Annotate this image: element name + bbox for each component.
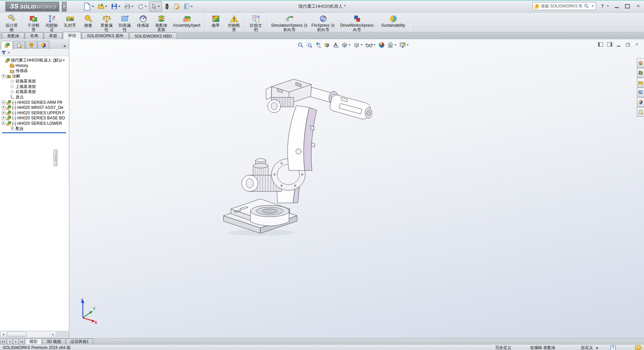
filter-caret-icon[interactable] bbox=[8, 52, 10, 53]
expand-icon[interactable] bbox=[2, 116, 5, 120]
tree-item-component[interactable]: (-) HH020 SERIES ARM FR bbox=[1, 100, 69, 105]
assemblyxpert-button[interactable]: AssemblyXpert bbox=[170, 13, 203, 28]
panel-splitter[interactable] bbox=[53, 149, 57, 166]
filter-funnel-icon[interactable] bbox=[1, 50, 6, 55]
quick-tips-button[interactable]: ? bbox=[611, 345, 616, 350]
file-properties-button[interactable] bbox=[172, 1, 182, 11]
save-button[interactable] bbox=[110, 1, 122, 11]
search-icon[interactable] bbox=[584, 3, 589, 9]
tab-sketch[interactable]: 草图 bbox=[44, 32, 62, 39]
symmetry-check-button[interactable]: 对称检查 bbox=[225, 13, 243, 32]
sensors-button[interactable]: 传感器 bbox=[134, 13, 152, 28]
section-properties-button[interactable]: 剖面属性 bbox=[116, 13, 134, 32]
zoom-to-area-button[interactable] bbox=[305, 41, 313, 49]
search-input[interactable]: 搜索 SOLIDWORKS 帮助 bbox=[541, 3, 582, 9]
solidworks-resources-tab[interactable] bbox=[637, 58, 644, 68]
next-tab-button[interactable] bbox=[13, 339, 19, 344]
view-orientation-button[interactable] bbox=[340, 41, 352, 49]
tab-solidworks-mbd[interactable]: SOLIDWORKS MBD bbox=[129, 32, 177, 39]
rebuild-button[interactable] bbox=[162, 1, 172, 11]
tree-item-mates[interactable]: 配合 bbox=[1, 126, 69, 132]
simulationxpress-button[interactable]: SimulationXpress 分析向导 bbox=[269, 13, 310, 32]
previous-tab-button[interactable] bbox=[7, 339, 13, 344]
propertymanager-tab[interactable] bbox=[13, 41, 25, 49]
scroll-left-button[interactable] bbox=[1, 332, 6, 337]
apply-scene-button[interactable] bbox=[386, 41, 398, 49]
tree-item-origin[interactable]: 原点 bbox=[1, 95, 69, 100]
tree-item-component[interactable]: (-) HH020 SERIES BASE BO bbox=[1, 116, 69, 121]
undo-button[interactable] bbox=[136, 1, 149, 11]
design-library-tab[interactable] bbox=[637, 68, 644, 77]
motion-study-tab[interactable]: 运动算例1 bbox=[66, 339, 93, 344]
driveworksxpress-button[interactable]: DriveWorksXpress 向导 bbox=[336, 13, 378, 32]
robot-model[interactable] bbox=[221, 76, 380, 239]
tree-root[interactable]: 现代重工HH020机器人 (默认< bbox=[1, 58, 69, 63]
scroll-right-button[interactable] bbox=[50, 332, 56, 337]
previous-view-button[interactable] bbox=[314, 41, 322, 49]
first-tab-button[interactable] bbox=[1, 339, 6, 344]
displaymanager-tab[interactable] bbox=[38, 41, 49, 49]
tree-item-front-plane[interactable]: 前视基准面 bbox=[1, 79, 69, 84]
new-document-button[interactable] bbox=[81, 1, 96, 11]
display-style-button[interactable] bbox=[353, 41, 364, 49]
help-caret-icon[interactable] bbox=[607, 5, 609, 7]
interference-detection-button[interactable]: 干涉检查 bbox=[24, 13, 43, 32]
custom-properties-tab[interactable] bbox=[637, 107, 644, 117]
custom-dropdown[interactable]: 自定义 bbox=[581, 345, 593, 350]
curvature-button[interactable]: 曲率 bbox=[207, 13, 225, 28]
show-right-pane-button[interactable] bbox=[606, 42, 613, 47]
tree-item-sensors[interactable]: 传感器 bbox=[1, 68, 69, 74]
doc-restore-button[interactable] bbox=[625, 42, 631, 47]
tree-item-top-plane[interactable]: 上视基准面 bbox=[1, 84, 69, 90]
help-button[interactable]: ? bbox=[599, 3, 606, 9]
rollback-bar[interactable] bbox=[2, 132, 66, 133]
expand-icon[interactable] bbox=[2, 111, 5, 115]
expand-icon[interactable] bbox=[2, 74, 5, 78]
tab-evaluate[interactable]: 评估 bbox=[63, 32, 81, 39]
design-study-button[interactable]: 设计算例 bbox=[2, 13, 21, 34]
close-button[interactable]: × bbox=[635, 3, 642, 9]
edit-appearance-button[interactable] bbox=[378, 41, 386, 49]
assembly-visualization-button[interactable]: 装配体直观 bbox=[152, 13, 170, 32]
minimize-button[interactable] bbox=[613, 3, 620, 9]
section-view-button[interactable] bbox=[323, 41, 331, 49]
print-button[interactable] bbox=[123, 1, 136, 11]
menu-expander-icon[interactable] bbox=[62, 2, 67, 11]
select-button[interactable] bbox=[149, 1, 162, 11]
tab-solidworks-addins[interactable]: SOLIDWORKS 插件 bbox=[82, 32, 129, 39]
open-button[interactable] bbox=[96, 1, 109, 11]
hide-show-items-button[interactable] bbox=[365, 41, 377, 49]
panel-tab-overflow-chevron[interactable]: » bbox=[62, 43, 68, 49]
maximize-button[interactable] bbox=[624, 3, 631, 9]
expand-icon[interactable] bbox=[2, 121, 5, 125]
search-scope-caret-icon[interactable] bbox=[592, 5, 594, 7]
appearances-scenes-tab[interactable] bbox=[637, 97, 644, 107]
custom-caret-icon[interactable] bbox=[596, 347, 598, 349]
view-palette-tab[interactable] bbox=[637, 88, 644, 97]
tree-item-component[interactable]: (-) HH020 SERIES LOWER bbox=[1, 121, 69, 126]
graphics-area[interactable]: × bbox=[69, 39, 644, 338]
tree-item-history[interactable]: History bbox=[1, 63, 69, 69]
configurationmanager-tab[interactable] bbox=[25, 41, 37, 49]
options-button[interactable] bbox=[182, 1, 195, 11]
expand-icon[interactable] bbox=[2, 100, 5, 104]
3d-views-tab[interactable]: 3D 视图 bbox=[42, 339, 66, 344]
compare-documents-button[interactable]: 比较文档 bbox=[247, 13, 265, 32]
featuremanager-tab[interactable] bbox=[1, 41, 13, 49]
hole-alignment-button[interactable]: 孔对齐 bbox=[61, 13, 79, 28]
view-settings-button[interactable] bbox=[399, 41, 410, 49]
model-tab[interactable]: 模型 bbox=[25, 339, 42, 344]
file-explorer-tab[interactable] bbox=[637, 78, 644, 87]
tree-item-right-plane[interactable]: 右视基准面 bbox=[1, 89, 69, 95]
show-left-pane-button[interactable] bbox=[597, 42, 603, 47]
clearance-verification-button[interactable]: 间隙验证 bbox=[43, 13, 61, 32]
tab-assembly[interactable]: 装配体 bbox=[2, 32, 24, 39]
last-tab-button[interactable] bbox=[19, 339, 25, 344]
measure-button[interactable]: 测量 bbox=[79, 13, 97, 28]
tab-layout[interactable]: 布局 bbox=[25, 32, 43, 39]
sustainability-button[interactable]: Sustainability bbox=[378, 13, 409, 28]
tree-item-component[interactable]: (-) HH020 WRIST ASSY_De bbox=[1, 105, 69, 111]
doc-minimize-button[interactable] bbox=[616, 42, 622, 47]
zoom-to-fit-button[interactable] bbox=[296, 41, 305, 49]
mass-properties-button[interactable]: 质量属性 bbox=[97, 13, 116, 32]
